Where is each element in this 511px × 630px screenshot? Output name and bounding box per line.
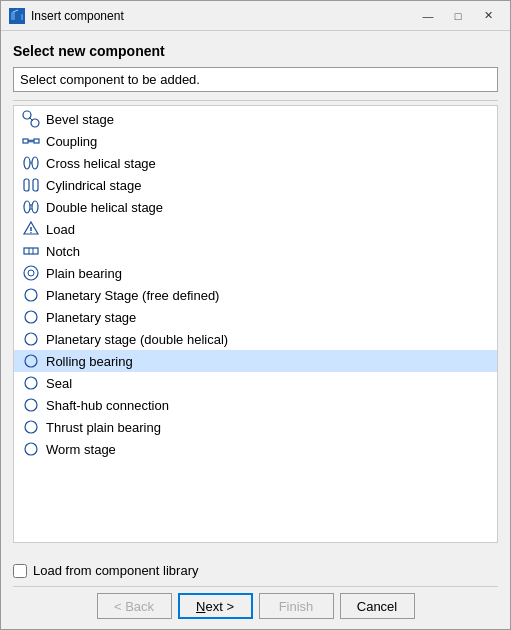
list-item[interactable]: Load [14,218,497,240]
list-item-label: Planetary Stage (free defined) [46,288,219,303]
svg-point-28 [25,289,37,301]
list-item-label: Double helical stage [46,200,163,215]
list-item-label: Shaft-hub connection [46,398,169,413]
button-row: < Back Next > Finish Cancel [13,586,498,625]
window-icon [9,8,25,24]
title-bar: Insert component — □ ✕ [1,1,510,31]
list-item[interactable]: Plain bearing [14,262,497,284]
window-title: Insert component [31,9,414,23]
list-item-label: Planetary stage [46,310,136,325]
list-item-label: Worm stage [46,442,116,457]
svg-point-11 [24,157,30,169]
double-helical-icon [22,198,40,216]
list-item[interactable]: Seal [14,372,497,394]
list-item-label: Bevel stage [46,112,114,127]
svg-rect-2 [21,14,23,20]
coupling-icon [22,132,40,150]
list-item[interactable]: Cross helical stage [14,152,497,174]
svg-rect-23 [24,248,38,254]
svg-point-33 [25,399,37,411]
list-item[interactable]: Worm stage [14,438,497,460]
planetary-icon [22,286,40,304]
section-title: Select new component [13,43,498,59]
seal-icon [22,374,40,392]
cylindrical-icon [22,176,40,194]
list-item-label: Seal [46,376,72,391]
insert-component-window: Insert component — □ ✕ Select new compon… [0,0,511,630]
planetary-double-icon [22,330,40,348]
load-icon [22,220,40,238]
svg-point-16 [24,201,30,213]
svg-point-26 [24,266,38,280]
list-item[interactable]: Planetary stage (double helical) [14,328,497,350]
svg-point-12 [32,157,38,169]
maximize-button[interactable]: □ [444,6,472,26]
search-input[interactable] [13,67,498,92]
main-content: Select new component Bevel stageCoupling… [1,31,510,555]
planetary-icon [22,308,40,326]
list-item-label: Rolling bearing [46,354,133,369]
library-checkbox-row: Load from component library [13,563,498,578]
rolling-bearing-icon [22,352,40,370]
library-checkbox-label[interactable]: Load from component library [33,563,198,578]
divider [13,100,498,101]
library-checkbox[interactable] [13,564,27,578]
back-button[interactable]: < Back [97,593,172,619]
list-item[interactable]: Rolling bearing [14,350,497,372]
svg-line-6 [29,117,33,121]
list-item[interactable]: Planetary stage [14,306,497,328]
list-item-label: Cross helical stage [46,156,156,171]
next-label-underline: N [196,599,205,614]
window-controls: — □ ✕ [414,6,502,26]
list-item-label: Thrust plain bearing [46,420,161,435]
list-item[interactable]: Notch [14,240,497,262]
list-item[interactable]: Shaft-hub connection [14,394,497,416]
svg-rect-0 [11,12,15,20]
svg-point-34 [25,421,37,433]
svg-point-22 [30,232,31,233]
plain-bearing-icon [22,264,40,282]
svg-point-27 [28,270,34,276]
svg-rect-14 [24,179,29,191]
list-item[interactable]: Double helical stage [14,196,497,218]
cancel-button[interactable]: Cancel [340,593,415,619]
list-item-label: Load [46,222,75,237]
finish-button[interactable]: Finish [259,593,334,619]
cross-helical-icon [22,154,40,172]
list-item[interactable]: Coupling [14,130,497,152]
svg-point-30 [25,333,37,345]
svg-rect-15 [33,179,38,191]
list-item-label: Notch [46,244,80,259]
notch-icon [22,242,40,260]
list-item[interactable]: Thrust plain bearing [14,416,497,438]
list-item[interactable]: Bevel stage [14,108,497,130]
svg-point-31 [25,355,37,367]
svg-point-35 [25,443,37,455]
list-item-label: Planetary stage (double helical) [46,332,228,347]
list-item-label: Plain bearing [46,266,122,281]
list-item-label: Coupling [46,134,97,149]
worm-icon [22,440,40,458]
list-item[interactable]: Planetary Stage (free defined) [14,284,497,306]
gear-icon [22,110,40,128]
svg-rect-10 [29,139,33,143]
list-item[interactable]: Cylindrical stage [14,174,497,196]
bottom-area: Load from component library < Back Next … [1,555,510,629]
svg-rect-7 [23,139,28,143]
svg-rect-8 [34,139,39,143]
svg-point-32 [25,377,37,389]
svg-point-29 [25,311,37,323]
component-list: Bevel stageCouplingCross helical stageCy… [13,105,498,543]
thrust-icon [22,418,40,436]
close-button[interactable]: ✕ [474,6,502,26]
list-item-label: Cylindrical stage [46,178,141,193]
svg-rect-1 [16,10,20,22]
shaft-hub-icon [22,396,40,414]
minimize-button[interactable]: — [414,6,442,26]
svg-point-17 [32,201,38,213]
next-button[interactable]: Next > [178,593,253,619]
